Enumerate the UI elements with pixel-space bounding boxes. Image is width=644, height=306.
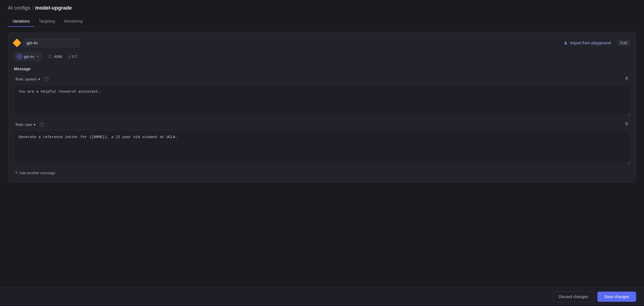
delete-user-button[interactable] [623,121,630,128]
token-value: 4096 [54,54,62,59]
tab-targeting[interactable]: Targeting [34,16,60,27]
add-message-button[interactable]: + Add another message [14,169,57,177]
variant-icon [12,38,21,47]
user-textarea-wrapper: Generate a reference letter for {{NAME}}… [14,130,630,165]
system-message-textarea[interactable]: You are a helpful research assistant. [14,85,630,116]
role-label-user: Role: user [16,123,32,127]
help-icon-system[interactable]: ? [44,77,49,81]
import-from-playground-button[interactable]: Import from playground [561,39,614,47]
message-section: Message Role: system ▾ ? [14,67,630,177]
bottom-action-bar: Discard changes Save changes [0,287,644,306]
breadcrumb-current: model-upgrade [35,5,72,11]
variant-name-input[interactable] [23,38,79,47]
add-message-label: Add another message [19,171,55,175]
draft-badge: Draft [617,40,630,46]
breadcrumb: AI configs / model-upgrade [8,5,636,11]
message-block-user: Role: user ▾ ? Generate a reference [14,121,630,165]
card-header: Import from playground Draft [14,38,630,47]
tokens-icon: ⬡ [48,54,52,59]
role-selector-user[interactable]: Role: user ▾ [14,122,37,128]
message-block-system: Role: system ▾ ? You are a helpful [14,75,630,117]
download-icon [563,41,568,45]
role-row-user: Role: user ▾ ? [14,121,630,128]
card-header-left [14,38,79,47]
tab-variations[interactable]: Variations [8,16,34,27]
role-row-left-user: Role: user ▾ ? [14,122,44,128]
chevron-down-icon: ▾ [37,55,38,58]
temperature-param: 𝒻 0.7 [69,54,77,59]
message-section-label: Message [14,67,630,71]
user-message-textarea[interactable]: Generate a reference letter for {{NAME}}… [14,130,630,164]
role-chevron-icon: ▾ [38,77,40,81]
save-changes-button[interactable]: Save changes [597,292,636,302]
temperature-value: 0.7 [72,54,77,59]
main-content: Import from playground Draft gpt-4o ▾ [0,27,644,306]
system-textarea-wrapper: You are a helpful research assistant. [14,85,630,117]
delete-system-button[interactable] [623,75,630,83]
discard-changes-button[interactable]: Discard changes [553,291,594,302]
breadcrumb-parent[interactable]: AI configs [8,5,30,11]
model-selector-label: gpt-4o [24,54,34,59]
plus-icon: + [15,171,18,175]
role-selector-system[interactable]: Role: system ▾ [14,76,42,82]
model-selector-icon [17,54,22,59]
help-icon-user[interactable]: ? [40,122,44,127]
svg-point-0 [19,56,20,57]
tab-monitoring[interactable]: Monitoring [60,16,87,27]
config-card: Import from playground Draft gpt-4o ▾ [8,32,636,183]
model-selector[interactable]: gpt-4o ▾ [14,52,42,61]
breadcrumb-separator: / [32,5,33,11]
params-row: gpt-4o ▾ ⬡ 4096 𝒻 0.7 [14,52,630,61]
role-user-chevron-icon: ▾ [34,123,36,127]
card-header-right: Import from playground Draft [561,39,630,47]
import-button-label: Import from playground [570,41,611,45]
role-label-system: Role: system [16,77,37,81]
token-param: ⬡ 4096 [48,54,62,59]
tab-bar: Variations Targeting Monitoring [8,16,636,27]
temperature-icon: 𝒻 [69,54,70,59]
role-row-left-system: Role: system ▾ ? [14,76,49,82]
role-row-system: Role: system ▾ ? [14,75,630,83]
